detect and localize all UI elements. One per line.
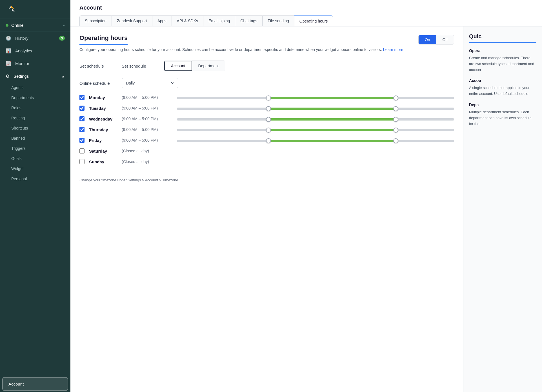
tab-subscription[interactable]: Subscription — [79, 15, 112, 26]
sidebar-item-analytics[interactable]: 📊 Analytics — [0, 44, 70, 57]
departments-label: Departments — [11, 95, 34, 100]
page-header: Account Subscription Zendesk Support App… — [70, 0, 542, 26]
sidebar-item-shortcuts[interactable]: Shortcuts — [0, 123, 70, 133]
banned-label: Banned — [11, 136, 25, 141]
content-wrapper: Operating hours On Off Configure your op… — [70, 26, 542, 392]
on-off-toggle: On Off — [418, 35, 454, 44]
sunday-checkbox[interactable] — [79, 159, 85, 164]
saturday-checkbox[interactable] — [79, 148, 85, 153]
friday-slider-start[interactable] — [266, 138, 271, 143]
quick-section-department: Depa Multiple department schedules. Each… — [469, 103, 536, 127]
wednesday-slider-end[interactable] — [393, 117, 398, 122]
monday-label: Monday — [89, 95, 117, 100]
wednesday-checkbox[interactable] — [79, 116, 85, 121]
sidebar-item-agents[interactable]: Agents — [0, 83, 70, 93]
sidebar-item-triggers[interactable]: Triggers — [0, 143, 70, 153]
tuesday-slider-start[interactable] — [266, 106, 271, 111]
department-schedule-btn[interactable]: Department — [192, 61, 225, 71]
account-schedule-btn[interactable]: Account — [164, 61, 192, 71]
sidebar-item-roles[interactable]: Roles — [0, 103, 70, 113]
quick-account-text: A single schedule that applies to your e… — [469, 85, 536, 97]
sunday-closed: (Closed all day) — [122, 159, 149, 164]
status-selector[interactable]: Online ▾ — [0, 19, 70, 32]
section-divider — [79, 171, 454, 171]
sidebar-item-departments[interactable]: Departments — [0, 93, 70, 103]
monday-slider[interactable] — [177, 96, 454, 99]
tab-email-piping[interactable]: Email piping — [203, 15, 235, 26]
friday-checkbox[interactable] — [79, 138, 85, 143]
operating-hours-panel: Operating hours On Off Configure your op… — [70, 26, 463, 392]
svg-marker-2 — [12, 8, 15, 12]
shortcuts-label: Shortcuts — [11, 126, 28, 130]
thursday-slider[interactable] — [177, 128, 454, 131]
set-schedule-row: Set schedule Set schedule Account Depart… — [79, 61, 454, 71]
online-schedule-row: Online schedule Daily — [79, 78, 454, 88]
chevron-down-icon: ▾ — [63, 23, 65, 27]
sidebar-item-monitor[interactable]: 📈 Monitor — [0, 57, 70, 70]
tab-apps[interactable]: Apps — [152, 15, 172, 26]
history-badge: 3 — [59, 36, 65, 41]
toggle-off-button[interactable]: Off — [436, 35, 454, 44]
thursday-checkbox[interactable] — [79, 127, 85, 132]
set-schedule-sublabel: Set schedule — [122, 64, 158, 68]
tuesday-time: (9:00 AM – 5:00 PM) — [122, 106, 172, 110]
svg-marker-1 — [8, 6, 11, 9]
saturday-label: Saturday — [89, 149, 117, 153]
wednesday-label: Wednesday — [89, 117, 117, 121]
wednesday-slider-start[interactable] — [266, 117, 271, 122]
quick-guide-panel: Quic Opera Create and manage schedules. … — [463, 26, 542, 392]
day-row-saturday: Saturday (Closed all day) — [79, 148, 454, 153]
wednesday-slider[interactable] — [177, 117, 454, 121]
monday-checkbox[interactable] — [79, 95, 85, 100]
tab-api-sdks[interactable]: API & SDKs — [172, 15, 203, 26]
analytics-label: Analytics — [15, 48, 32, 53]
monday-slider-end[interactable] — [393, 95, 398, 101]
days-container: Monday (9:00 AM – 5:00 PM) Tuesday (9:0 — [79, 95, 454, 164]
quick-section-operating: Opera Create and manage schedules. There… — [469, 48, 536, 73]
learn-more-link[interactable]: Learn more — [383, 47, 403, 52]
tuesday-checkbox[interactable] — [79, 106, 85, 111]
friday-time: (9:00 AM – 5:00 PM) — [122, 138, 172, 142]
tuesday-slider-end[interactable] — [393, 106, 398, 111]
friday-slider[interactable] — [177, 139, 454, 142]
monitor-icon: 📈 — [6, 61, 11, 66]
monitor-label: Monitor — [15, 61, 29, 66]
goals-label: Goals — [11, 156, 22, 161]
page-title: Account — [79, 5, 533, 11]
status-dot — [6, 24, 8, 27]
analytics-icon: 📊 — [6, 48, 11, 54]
tab-bar: Subscription Zendesk Support Apps API & … — [79, 15, 533, 26]
quick-department-text: Multiple department schedules. Each depa… — [469, 109, 536, 127]
sidebar-item-routing[interactable]: Routing — [0, 113, 70, 123]
quick-operating-text: Create and manage schedules. There are t… — [469, 55, 536, 73]
settings-section-header[interactable]: ⚙ Settings ▲ — [0, 70, 70, 83]
history-label: History — [15, 36, 28, 41]
thursday-slider-start[interactable] — [266, 128, 271, 133]
sidebar-item-banned[interactable]: Banned — [0, 133, 70, 143]
set-schedule-label: Set schedule — [79, 64, 116, 68]
tab-operating-hours[interactable]: Operating hours — [294, 15, 333, 26]
thursday-slider-end[interactable] — [393, 128, 398, 133]
sidebar-item-personal[interactable]: Personal — [0, 174, 70, 184]
day-row-thursday: Thursday (9:00 AM – 5:00 PM) — [79, 127, 454, 132]
friday-slider-end[interactable] — [393, 138, 398, 143]
sidebar-item-widget[interactable]: Widget — [0, 164, 70, 174]
monday-slider-start[interactable] — [266, 95, 271, 101]
sidebar-item-history[interactable]: 🕐 History 3 — [0, 32, 70, 44]
tab-file-sending[interactable]: File sending — [263, 15, 294, 26]
app-logo-icon — [6, 5, 17, 14]
status-label: Online — [11, 23, 23, 28]
day-row-friday: Friday (9:00 AM – 5:00 PM) — [79, 138, 454, 143]
daily-select[interactable]: Daily — [122, 78, 178, 88]
tuesday-slider[interactable] — [177, 106, 454, 110]
sidebar-item-goals[interactable]: Goals — [0, 153, 70, 164]
tab-zendesk-support[interactable]: Zendesk Support — [112, 15, 152, 26]
operating-hours-title: Operating hours — [79, 34, 128, 45]
saturday-closed: (Closed all day) — [122, 149, 149, 153]
settings-label: Settings — [14, 74, 29, 79]
tab-chat-tags[interactable]: Chat tags — [235, 15, 263, 26]
sidebar-item-account[interactable]: Account — [2, 377, 68, 391]
day-row-monday: Monday (9:00 AM – 5:00 PM) — [79, 95, 454, 100]
toggle-on-button[interactable]: On — [419, 35, 436, 44]
main-content: Account Subscription Zendesk Support App… — [70, 0, 542, 392]
